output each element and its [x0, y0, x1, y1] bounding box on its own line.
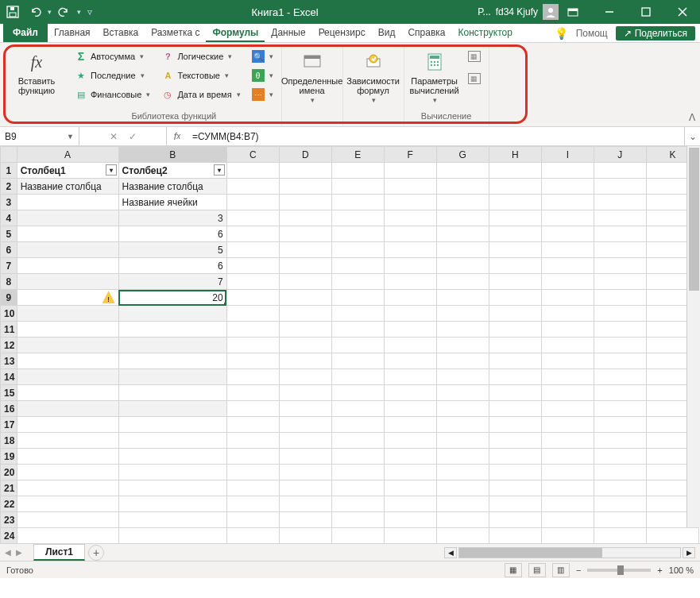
cell-C11[interactable]: [226, 322, 279, 338]
cell-I15[interactable]: [541, 385, 594, 401]
cell-K24[interactable]: [646, 528, 698, 544]
cell-E19[interactable]: [331, 449, 384, 465]
cell-A22[interactable]: [17, 496, 118, 512]
cell-I21[interactable]: [541, 480, 594, 496]
tab-view[interactable]: Вид: [372, 24, 402, 42]
cell-D14[interactable]: [279, 369, 331, 385]
scroll-left-icon[interactable]: ◀: [444, 547, 457, 558]
cell-A14[interactable]: [17, 369, 118, 385]
cell-G22[interactable]: [436, 496, 489, 512]
cell-F2[interactable]: [384, 179, 436, 195]
cell-G16[interactable]: [436, 401, 489, 417]
col-header-C[interactable]: C: [226, 147, 279, 163]
cell-J4[interactable]: [594, 210, 646, 226]
tab-help[interactable]: Справка: [401, 24, 451, 42]
cell-J10[interactable]: [594, 306, 646, 322]
cell-E13[interactable]: [331, 353, 384, 369]
cell-J1[interactable]: [594, 163, 646, 179]
cell-D22[interactable]: [279, 496, 331, 512]
cell-H9[interactable]: [489, 290, 541, 306]
cell-J5[interactable]: [594, 226, 646, 242]
cell-C5[interactable]: [226, 226, 279, 242]
cell-E23[interactable]: [331, 512, 384, 528]
cell-H3[interactable]: [489, 195, 541, 210]
row-header-4[interactable]: 4: [1, 210, 17, 226]
cell-G24[interactable]: [436, 528, 489, 544]
cell-F16[interactable]: [384, 401, 436, 417]
cell-B20[interactable]: [118, 465, 226, 480]
cell-H21[interactable]: [489, 480, 541, 496]
cell-F5[interactable]: [384, 226, 436, 242]
cell-E4[interactable]: [331, 210, 384, 226]
cell-B2[interactable]: Название столбца: [118, 179, 226, 195]
save-icon[interactable]: [3, 2, 22, 21]
cell-G12[interactable]: [436, 338, 489, 353]
col-header-F[interactable]: F: [384, 147, 436, 163]
row-header-3[interactable]: 3: [1, 195, 17, 210]
cell-H15[interactable]: [489, 385, 541, 401]
cell-G14[interactable]: [436, 369, 489, 385]
page-layout-view-button[interactable]: ▤: [528, 563, 546, 577]
cell-I20[interactable]: [541, 465, 594, 480]
cell-H23[interactable]: [489, 512, 541, 528]
cell-G20[interactable]: [436, 465, 489, 480]
cell-A6[interactable]: [17, 242, 118, 258]
cell-J17[interactable]: [594, 417, 646, 433]
cell-E8[interactable]: [331, 274, 384, 290]
cell-H24[interactable]: [489, 528, 541, 544]
cell-A11[interactable]: [17, 322, 118, 338]
scroll-right-icon[interactable]: ▶: [683, 547, 695, 558]
cell-I1[interactable]: [541, 163, 594, 179]
cell-D17[interactable]: [279, 417, 331, 433]
cell-H1[interactable]: [489, 163, 541, 179]
cell-A21[interactable]: [17, 480, 118, 496]
close-button[interactable]: [668, 0, 697, 24]
cell-I16[interactable]: [541, 401, 594, 417]
row-header-8[interactable]: 8: [1, 274, 17, 290]
cell-B16[interactable]: [118, 401, 226, 417]
cell-A17[interactable]: [17, 417, 118, 433]
cell-J16[interactable]: [594, 401, 646, 417]
cell-A23[interactable]: [17, 512, 118, 528]
cell-A20[interactable]: [17, 465, 118, 480]
cell-F24[interactable]: [384, 528, 436, 544]
cell-D8[interactable]: [279, 274, 331, 290]
cell-A7[interactable]: [17, 258, 118, 274]
zoom-slider[interactable]: [587, 569, 651, 572]
col-header-B[interactable]: B: [118, 147, 226, 163]
cell-F4[interactable]: [384, 210, 436, 226]
cell-I4[interactable]: [541, 210, 594, 226]
financial-button[interactable]: ▤Финансовые▾: [72, 86, 153, 103]
cell-C19[interactable]: [226, 449, 279, 465]
cell-J15[interactable]: [594, 385, 646, 401]
cell-B9[interactable]: 20: [118, 290, 226, 306]
cell-B18[interactable]: [118, 433, 226, 449]
row-header-1[interactable]: 1: [1, 163, 17, 179]
calc-options-button[interactable]: Параметры вычислений▾: [409, 48, 460, 105]
cell-C1[interactable]: [226, 163, 279, 179]
cell-B21[interactable]: [118, 480, 226, 496]
row-header-12[interactable]: 12: [1, 338, 17, 353]
cell-A15[interactable]: [17, 385, 118, 401]
filter-icon[interactable]: ▾: [106, 164, 117, 176]
row-header-21[interactable]: 21: [1, 480, 17, 496]
cell-D11[interactable]: [279, 322, 331, 338]
calc-now-button[interactable]: ▦: [465, 48, 484, 65]
cell-B24[interactable]: [118, 528, 226, 544]
cell-A4[interactable]: [17, 210, 118, 226]
cell-J6[interactable]: [594, 242, 646, 258]
cell-D18[interactable]: [279, 433, 331, 449]
sheet-tab-active[interactable]: Лист1: [33, 544, 85, 561]
row-header-24[interactable]: 24: [1, 528, 17, 544]
cell-B13[interactable]: [118, 353, 226, 369]
cell-E21[interactable]: [331, 480, 384, 496]
cell-C3[interactable]: [226, 195, 279, 210]
cell-J11[interactable]: [594, 322, 646, 338]
cell-I3[interactable]: [541, 195, 594, 210]
cell-G17[interactable]: [436, 417, 489, 433]
cell-F7[interactable]: [384, 258, 436, 274]
cell-H13[interactable]: [489, 353, 541, 369]
cell-F3[interactable]: [384, 195, 436, 210]
cell-D20[interactable]: [279, 465, 331, 480]
cell-H19[interactable]: [489, 449, 541, 465]
